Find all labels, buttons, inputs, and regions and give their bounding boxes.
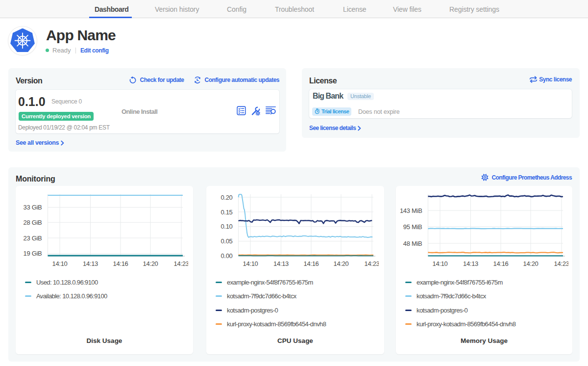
svg-text:19 GiB: 19 GiB — [24, 250, 42, 257]
svg-text:0.05: 0.05 — [220, 237, 232, 245]
svg-text:95 MiB: 95 MiB — [403, 223, 422, 231]
svg-text:14:16: 14:16 — [303, 260, 318, 267]
svg-text:14:20: 14:20 — [523, 260, 538, 267]
svg-text:0.10: 0.10 — [220, 223, 232, 230]
svg-text:14:13: 14:13 — [463, 260, 478, 267]
svg-text:143 MiB: 143 MiB — [400, 207, 422, 214]
svg-text:0.00: 0.00 — [220, 252, 232, 260]
svg-text:14:10: 14:10 — [243, 260, 258, 267]
svg-text:0.15: 0.15 — [220, 209, 232, 216]
svg-text:14:10: 14:10 — [432, 260, 447, 267]
svg-text:14:23: 14:23 — [554, 260, 568, 267]
svg-text:14:23: 14:23 — [364, 260, 379, 267]
svg-text:14:13: 14:13 — [273, 260, 289, 267]
svg-text:14:13: 14:13 — [83, 260, 98, 267]
svg-text:48 MiB: 48 MiB — [403, 240, 422, 247]
svg-text:14:23: 14:23 — [173, 260, 188, 267]
svg-text:14:10: 14:10 — [52, 260, 67, 267]
svg-text:0.20: 0.20 — [220, 194, 232, 201]
svg-text:33 GiB: 33 GiB — [24, 204, 42, 211]
svg-text:28 GiB: 28 GiB — [24, 219, 42, 226]
svg-text:23 GiB: 23 GiB — [24, 235, 42, 242]
svg-text:14:20: 14:20 — [333, 260, 348, 267]
svg-text:14:16: 14:16 — [113, 260, 128, 267]
svg-text:14:16: 14:16 — [493, 260, 508, 267]
svg-text:14:20: 14:20 — [143, 260, 158, 267]
